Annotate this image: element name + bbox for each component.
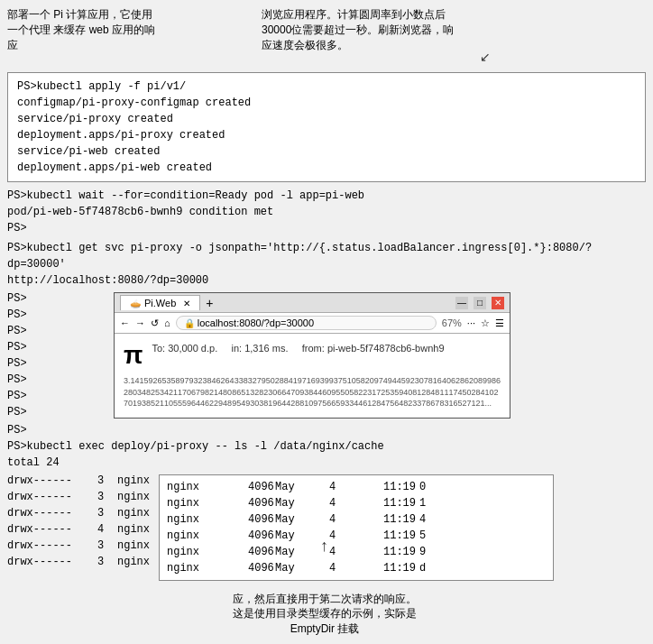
- zoom-level: 67%: [442, 317, 462, 328]
- pi-symbol: π: [124, 341, 143, 370]
- more-options-icon[interactable]: ···: [467, 317, 475, 328]
- kubectl-wait-section: PS>kubectl wait --for=condition=Ready po…: [7, 188, 646, 236]
- cache-row: nginx 4096 May 4 11:19 d: [167, 560, 546, 576]
- back-button[interactable]: ←: [120, 317, 130, 328]
- cache-perms-left: drwx------ drwx------ drwx------ drwx---…: [7, 473, 97, 581]
- pi-info: To: 30,000 d.p. in: 1,316 ms. from: pi-w…: [152, 341, 444, 357]
- browser-titlebar: 🥧 Pi.Web ✕ + — □ ✕: [115, 293, 510, 313]
- arrow-down-right-icon: ↙: [480, 50, 491, 64]
- browser-tab[interactable]: 🥧 Pi.Web ✕: [120, 295, 200, 310]
- window-controls: — □ ✕: [455, 297, 504, 309]
- minimize-button[interactable]: —: [455, 297, 468, 309]
- cache-user: nginx nginx nginx nginx nginx nginx: [117, 473, 159, 581]
- close-button[interactable]: ✕: [492, 297, 504, 309]
- menu-icon[interactable]: ☰: [495, 317, 504, 329]
- browser-addressbar: ← → ↺ ⌂ 🔒 localhost:8080/?dp=30000 67% ·…: [115, 313, 510, 334]
- annotation-top-right: 浏览应用程序。计算圆周率到小数点后30000位需要超过一秒。刷新浏览器，响应速度…: [262, 7, 460, 52]
- bookmark-icon[interactable]: ☆: [481, 317, 490, 329]
- new-tab-icon[interactable]: +: [200, 296, 218, 310]
- maximize-button[interactable]: □: [474, 297, 486, 309]
- cache-listing-container: drwx------ drwx------ drwx------ drwx---…: [7, 473, 646, 581]
- pi-header: π To: 30,000 d.p. in: 1,316 ms. from: pi…: [124, 341, 501, 370]
- address-bar[interactable]: 🔒 localhost:8080/?dp=30000: [176, 316, 437, 330]
- tab-icon: 🥧: [130, 299, 141, 308]
- forward-button[interactable]: →: [135, 317, 145, 328]
- browser-body: π To: 30,000 d.p. in: 1,316 ms. from: pi…: [115, 334, 510, 417]
- cache-row: nginx 4096 May 4 11:19 5: [167, 528, 546, 544]
- browser-window: 🥧 Pi.Web ✕ + — □ ✕ ← → ↺ ⌂ 🔒: [114, 292, 510, 419]
- kubectl-get-section: PS>kubectl get svc pi-proxy -o jsonpath=…: [7, 240, 646, 289]
- pi-digits: 3.14159265358979323846264338327950288419…: [124, 375, 501, 409]
- cache-row: nginx 4096 May 4 11:19 1: [167, 495, 546, 511]
- ps-after-browser: PS>: [7, 422, 646, 438]
- annotation-bottom: 应，然后直接用于第二次请求的响应。这是使用目录类型缓存的示例，实际是EmptyD…: [216, 592, 433, 637]
- kubectl-apply-block: PS>kubectl apply -f pi/v1/ configmap/pi-…: [7, 72, 646, 182]
- cache-links: 3 3 3 4 3 3: [97, 473, 117, 581]
- ps-lines: PS> PS> PS> PS> PS> PS> PS> PS>: [7, 290, 60, 420]
- cache-table-box: nginx 4096 May 4 11:19 0 nginx 4096 May …: [159, 474, 554, 581]
- main-content: PS>kubectl apply -f pi/v1/ configmap/pi-…: [7, 72, 646, 581]
- cache-row: nginx 4096 May 4 11:19 0: [167, 479, 546, 495]
- tab-label: Pi.Web: [144, 298, 176, 308]
- reload-button[interactable]: ↺: [151, 317, 159, 329]
- home-button[interactable]: ⌂: [164, 317, 170, 328]
- arrow-up-icon: ↑: [320, 537, 328, 556]
- tab-close-icon[interactable]: ✕: [183, 299, 190, 308]
- annotation-top-left: 部署一个 Pi 计算应用，它使用一个代理 来缓存 web 应用的响应: [7, 7, 161, 52]
- cache-row: nginx 4096 May 4 11:19 4: [167, 511, 546, 528]
- cache-row: nginx 4096 May 4 11:19 9: [167, 544, 546, 560]
- browser-section: PS> PS> PS> PS> PS> PS> PS> PS> 🥧 Pi.Web…: [7, 290, 646, 420]
- kubectl-exec-section: PS>kubectl exec deploy/pi-proxy -- ls -l…: [7, 438, 646, 471]
